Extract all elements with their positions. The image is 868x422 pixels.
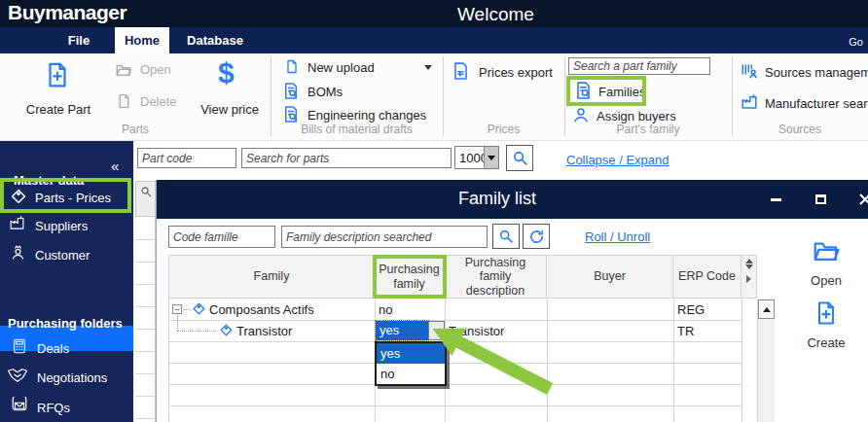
manufacturer-search-icon <box>740 93 759 115</box>
table-row-family-cell[interactable]: Transistor <box>236 322 292 339</box>
assign-buyers-button[interactable]: Assign buyers <box>597 109 676 123</box>
create-family-button[interactable]: Create <box>787 335 865 350</box>
view-price-icon: $ <box>218 56 235 89</box>
open-family-button[interactable]: Open <box>787 273 865 288</box>
sidebar-item-negotiations-label[interactable]: Negotiations <box>37 370 107 385</box>
search-parts-input[interactable] <box>241 148 452 168</box>
create-part-icon <box>43 60 72 93</box>
purchasing-family-dropdown-value[interactable]: yes <box>376 321 428 340</box>
sidebar-heading-purchasing-folders: Purchasing folders <box>8 316 123 331</box>
close-icon[interactable] <box>857 192 868 207</box>
table-row-purchasing-family-cell[interactable]: no <box>379 300 392 318</box>
page-size-dropdown-button[interactable] <box>484 147 498 168</box>
roll-unroll-link[interactable]: Roll / Unroll <box>585 229 650 244</box>
sidebar-item-deals-label[interactable]: Deals <box>37 341 69 356</box>
families-icon <box>574 81 593 104</box>
ribbon-group-parts-label: Parts <box>0 123 271 136</box>
prices-export-icon <box>452 61 470 85</box>
rfqs-icon <box>11 397 28 417</box>
dialog-title: Family list <box>157 189 838 209</box>
new-upload-icon <box>284 58 300 79</box>
collapse-expand-link[interactable]: Collapse / Expand <box>566 153 669 167</box>
sidebar-item-suppliers-label[interactable]: Suppliers <box>35 219 88 233</box>
new-upload-button[interactable]: New upload <box>307 60 375 75</box>
sort-icon[interactable] <box>745 259 753 269</box>
deals-icon <box>12 337 27 359</box>
tree-collapse-toggle[interactable]: − <box>172 304 182 314</box>
column-header-buyer[interactable]: Buyer <box>547 255 673 299</box>
dropdown-open-button[interactable] <box>428 321 445 340</box>
table-row-family-cell[interactable]: Composants Actifs <box>209 300 314 318</box>
app-window: Buymanager Welcome File Home Database Go… <box>0 0 868 422</box>
ribbon: Create Part Open Delete $ View price Par… <box>0 53 868 141</box>
family-description-input[interactable] <box>281 226 488 248</box>
family-code-input[interactable] <box>168 226 275 248</box>
open-family-icon[interactable] <box>810 236 843 269</box>
expand-right-icon[interactable] <box>746 275 751 283</box>
boms-button[interactable]: BOMs <box>307 85 343 99</box>
go-label[interactable]: Go <box>849 36 863 48</box>
column-header-erp-code[interactable]: ERP Code <box>673 255 741 299</box>
search-parts-button[interactable] <box>506 145 533 171</box>
tag-icon <box>219 324 233 341</box>
purchasing-family-dropdown-list: yes no <box>375 341 447 386</box>
sources-management-button[interactable]: Sources management <box>765 65 868 80</box>
customer-icon <box>10 243 26 265</box>
background-grid-strip <box>135 181 156 422</box>
create-family-icon[interactable] <box>813 299 840 332</box>
column-header-purchasing-family[interactable]: Purchasing family <box>375 255 445 299</box>
open-button[interactable]: Open <box>140 62 171 77</box>
ribbon-group-parts-family-label: Part's family <box>564 123 732 136</box>
suppliers-icon <box>8 215 26 235</box>
sidebar-item-parts-prices-label[interactable]: Parts - Prices <box>35 191 111 205</box>
app-logo: Buymanager <box>8 1 127 24</box>
sources-management-icon <box>740 62 759 84</box>
tag-icon <box>192 302 205 320</box>
tag-icon <box>10 189 26 209</box>
refresh-icon[interactable] <box>523 224 550 249</box>
table-row-erp-code-cell[interactable]: REG <box>677 300 705 318</box>
new-upload-dropdown-caret[interactable] <box>424 65 432 70</box>
search-part-family-input[interactable] <box>568 57 710 75</box>
table-row-erp-code-cell[interactable]: TR <box>677 322 694 339</box>
boms-icon <box>282 82 300 104</box>
open-icon <box>115 61 132 83</box>
delete-button[interactable]: Delete <box>140 94 177 109</box>
dropdown-option-no[interactable]: no <box>377 364 445 384</box>
view-price-button[interactable]: View price <box>191 102 269 117</box>
ribbon-group-bom-label: Bills of material drafts <box>271 123 443 136</box>
negotiations-icon <box>7 368 28 387</box>
tab-file[interactable]: File <box>51 27 107 53</box>
tab-home[interactable]: Home <box>115 27 169 53</box>
sidebar-collapse-icon[interactable]: « <box>111 158 119 174</box>
column-header-purchasing-family-description[interactable]: Purchasing family description <box>445 255 547 299</box>
sidebar-item-customer-label[interactable]: Customer <box>35 248 90 263</box>
column-header-extra <box>741 255 757 299</box>
family-list-dialog: Family list Roll / Unroll Family Purchas… <box>156 180 868 422</box>
maximize-icon[interactable] <box>813 192 828 207</box>
families-button[interactable]: Families <box>598 85 645 99</box>
ribbon-group-prices-label: Prices <box>443 123 564 136</box>
menu-tabbar: File Home Database Go <box>0 27 868 53</box>
table-row-description-cell[interactable]: Transistor <box>449 322 504 339</box>
part-code-input[interactable] <box>137 148 236 168</box>
tab-database[interactable]: Database <box>177 27 253 53</box>
app-titlebar: Buymanager Welcome <box>0 0 868 27</box>
dialog-titlebar[interactable]: Family list <box>157 180 868 219</box>
create-part-button[interactable]: Create Part <box>8 102 109 117</box>
dropdown-option-yes[interactable]: yes <box>377 343 445 364</box>
engineering-changes-button[interactable]: Engineering changes <box>307 108 426 123</box>
ribbon-group-sources-label: Sources <box>732 123 868 136</box>
delete-icon <box>116 92 132 114</box>
manufacturer-search-button[interactable]: Manufacturer search <box>765 96 868 111</box>
sidebar-item-rfqs-label[interactable]: RFQs <box>37 401 70 415</box>
column-header-family[interactable]: Family <box>168 255 375 299</box>
page-size-select[interactable]: 1000 <box>454 146 499 169</box>
scrollbar-up-icon[interactable] <box>758 299 775 319</box>
grid-row-selector-header <box>135 181 156 217</box>
sidebar-heading-master-data: Master data <box>14 173 84 188</box>
prices-export-button[interactable]: Prices export <box>479 65 553 80</box>
minimize-icon[interactable] <box>768 192 783 207</box>
family-search-button[interactable] <box>492 224 520 249</box>
sidebar: « Master data Parts - Prices Suppliers C… <box>0 141 133 422</box>
